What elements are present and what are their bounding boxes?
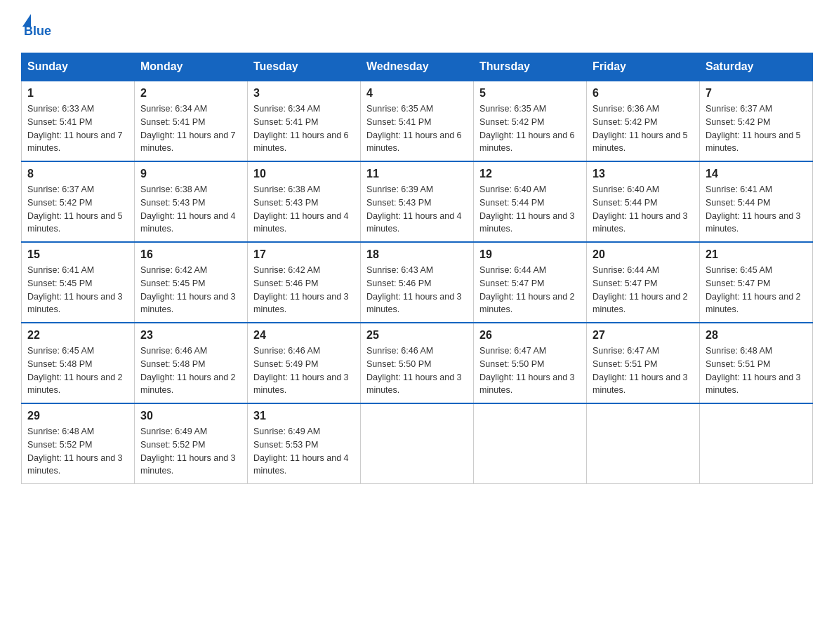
- calendar-day-cell: 13 Sunrise: 6:40 AMSunset: 5:44 PMDaylig…: [587, 161, 700, 242]
- calendar-day-cell: 11 Sunrise: 6:39 AMSunset: 5:43 PMDaylig…: [361, 161, 474, 242]
- day-info: Sunrise: 6:35 AMSunset: 5:41 PMDaylight:…: [366, 104, 462, 153]
- calendar-day-cell: 29 Sunrise: 6:48 AMSunset: 5:52 PMDaylig…: [22, 403, 135, 484]
- day-info: Sunrise: 6:47 AMSunset: 5:50 PMDaylight:…: [479, 346, 575, 395]
- day-number: 26: [479, 329, 581, 342]
- calendar-day-cell: 31 Sunrise: 6:49 AMSunset: 5:53 PMDaylig…: [248, 403, 361, 484]
- day-number: 23: [140, 329, 241, 342]
- calendar-day-cell: 1 Sunrise: 6:33 AMSunset: 5:41 PMDayligh…: [22, 81, 135, 161]
- day-info: Sunrise: 6:44 AMSunset: 5:47 PMDaylight:…: [479, 265, 575, 314]
- day-number: 7: [706, 87, 807, 100]
- day-info: Sunrise: 6:49 AMSunset: 5:52 PMDaylight:…: [140, 427, 236, 476]
- day-info: Sunrise: 6:33 AMSunset: 5:41 PMDaylight:…: [27, 104, 123, 153]
- day-number: 10: [253, 168, 355, 180]
- day-number: 29: [27, 410, 128, 422]
- calendar-week-row: 1 Sunrise: 6:33 AMSunset: 5:41 PMDayligh…: [22, 81, 813, 161]
- calendar-day-cell: 18 Sunrise: 6:43 AMSunset: 5:46 PMDaylig…: [361, 242, 474, 323]
- day-number: 13: [593, 168, 694, 180]
- calendar-day-cell: 25 Sunrise: 6:46 AMSunset: 5:50 PMDaylig…: [361, 323, 474, 403]
- day-number: 28: [706, 329, 807, 342]
- day-number: 5: [479, 87, 581, 100]
- day-number: 6: [593, 87, 694, 100]
- day-info: Sunrise: 6:41 AMSunset: 5:44 PMDaylight:…: [706, 185, 801, 234]
- calendar-week-row: 29 Sunrise: 6:48 AMSunset: 5:52 PMDaylig…: [22, 403, 813, 484]
- empty-cell: [474, 403, 587, 484]
- day-info: Sunrise: 6:44 AMSunset: 5:47 PMDaylight:…: [593, 265, 688, 314]
- day-number: 14: [706, 168, 807, 180]
- day-info: Sunrise: 6:42 AMSunset: 5:46 PMDaylight:…: [253, 265, 349, 314]
- weekday-header-monday: Monday: [135, 53, 248, 81]
- day-info: Sunrise: 6:48 AMSunset: 5:52 PMDaylight:…: [27, 427, 123, 476]
- day-info: Sunrise: 6:42 AMSunset: 5:45 PMDaylight:…: [140, 265, 236, 314]
- day-info: Sunrise: 6:38 AMSunset: 5:43 PMDaylight:…: [140, 185, 236, 234]
- calendar-week-row: 22 Sunrise: 6:45 AMSunset: 5:48 PMDaylig…: [22, 323, 813, 403]
- day-info: Sunrise: 6:40 AMSunset: 5:44 PMDaylight:…: [593, 185, 688, 234]
- weekday-header-wednesday: Wednesday: [361, 53, 474, 81]
- day-info: Sunrise: 6:48 AMSunset: 5:51 PMDaylight:…: [706, 346, 801, 395]
- calendar-day-cell: 8 Sunrise: 6:37 AMSunset: 5:42 PMDayligh…: [22, 161, 135, 242]
- weekday-header-tuesday: Tuesday: [248, 53, 361, 81]
- day-number: 18: [366, 248, 468, 261]
- weekday-header-sunday: Sunday: [22, 53, 135, 81]
- calendar-day-cell: 21 Sunrise: 6:45 AMSunset: 5:47 PMDaylig…: [700, 242, 813, 323]
- calendar-day-cell: 30 Sunrise: 6:49 AMSunset: 5:52 PMDaylig…: [135, 403, 248, 484]
- logo: Blue: [21, 14, 51, 39]
- day-number: 12: [479, 168, 581, 180]
- empty-cell: [361, 403, 474, 484]
- day-info: Sunrise: 6:45 AMSunset: 5:48 PMDaylight:…: [27, 346, 123, 395]
- day-info: Sunrise: 6:37 AMSunset: 5:42 PMDaylight:…: [706, 104, 801, 153]
- weekday-header-saturday: Saturday: [700, 53, 813, 81]
- calendar-week-row: 8 Sunrise: 6:37 AMSunset: 5:42 PMDayligh…: [22, 161, 813, 242]
- day-info: Sunrise: 6:35 AMSunset: 5:42 PMDaylight:…: [479, 104, 575, 153]
- day-info: Sunrise: 6:43 AMSunset: 5:46 PMDaylight:…: [366, 265, 462, 314]
- day-info: Sunrise: 6:46 AMSunset: 5:48 PMDaylight:…: [140, 346, 236, 395]
- day-number: 8: [27, 168, 128, 180]
- calendar-day-cell: 9 Sunrise: 6:38 AMSunset: 5:43 PMDayligh…: [135, 161, 248, 242]
- calendar-day-cell: 10 Sunrise: 6:38 AMSunset: 5:43 PMDaylig…: [248, 161, 361, 242]
- day-number: 24: [253, 329, 355, 342]
- day-info: Sunrise: 6:46 AMSunset: 5:50 PMDaylight:…: [366, 346, 462, 395]
- day-info: Sunrise: 6:46 AMSunset: 5:49 PMDaylight:…: [253, 346, 349, 395]
- day-number: 20: [593, 248, 694, 261]
- day-number: 2: [140, 87, 241, 100]
- day-info: Sunrise: 6:49 AMSunset: 5:53 PMDaylight:…: [253, 427, 349, 476]
- weekday-header-thursday: Thursday: [474, 53, 587, 81]
- calendar-day-cell: 4 Sunrise: 6:35 AMSunset: 5:41 PMDayligh…: [361, 81, 474, 161]
- calendar-day-cell: 23 Sunrise: 6:46 AMSunset: 5:48 PMDaylig…: [135, 323, 248, 403]
- day-number: 4: [366, 87, 468, 100]
- calendar-day-cell: 15 Sunrise: 6:41 AMSunset: 5:45 PMDaylig…: [22, 242, 135, 323]
- calendar-day-cell: 24 Sunrise: 6:46 AMSunset: 5:49 PMDaylig…: [248, 323, 361, 403]
- calendar-day-cell: 12 Sunrise: 6:40 AMSunset: 5:44 PMDaylig…: [474, 161, 587, 242]
- calendar-header-row: SundayMondayTuesdayWednesdayThursdayFrid…: [22, 53, 813, 81]
- day-number: 30: [140, 410, 241, 422]
- empty-cell: [700, 403, 813, 484]
- calendar-day-cell: 17 Sunrise: 6:42 AMSunset: 5:46 PMDaylig…: [248, 242, 361, 323]
- calendar-day-cell: 3 Sunrise: 6:34 AMSunset: 5:41 PMDayligh…: [248, 81, 361, 161]
- day-info: Sunrise: 6:40 AMSunset: 5:44 PMDaylight:…: [479, 185, 575, 234]
- day-number: 11: [366, 168, 468, 180]
- day-number: 9: [140, 168, 241, 180]
- calendar-table: SundayMondayTuesdayWednesdayThursdayFrid…: [21, 53, 813, 484]
- calendar-day-cell: 5 Sunrise: 6:35 AMSunset: 5:42 PMDayligh…: [474, 81, 587, 161]
- empty-cell: [587, 403, 700, 484]
- day-number: 1: [27, 87, 128, 100]
- calendar-day-cell: 19 Sunrise: 6:44 AMSunset: 5:47 PMDaylig…: [474, 242, 587, 323]
- page-header: Blue: [21, 14, 813, 39]
- day-info: Sunrise: 6:34 AMSunset: 5:41 PMDaylight:…: [140, 104, 236, 153]
- calendar-day-cell: 2 Sunrise: 6:34 AMSunset: 5:41 PMDayligh…: [135, 81, 248, 161]
- day-number: 25: [366, 329, 468, 342]
- calendar-day-cell: 6 Sunrise: 6:36 AMSunset: 5:42 PMDayligh…: [587, 81, 700, 161]
- day-info: Sunrise: 6:34 AMSunset: 5:41 PMDaylight:…: [253, 104, 349, 153]
- calendar-week-row: 15 Sunrise: 6:41 AMSunset: 5:45 PMDaylig…: [22, 242, 813, 323]
- calendar-day-cell: 22 Sunrise: 6:45 AMSunset: 5:48 PMDaylig…: [22, 323, 135, 403]
- calendar-day-cell: 7 Sunrise: 6:37 AMSunset: 5:42 PMDayligh…: [700, 81, 813, 161]
- day-number: 21: [706, 248, 807, 261]
- day-info: Sunrise: 6:45 AMSunset: 5:47 PMDaylight:…: [706, 265, 801, 314]
- day-info: Sunrise: 6:38 AMSunset: 5:43 PMDaylight:…: [253, 185, 349, 234]
- day-number: 16: [140, 248, 241, 261]
- logo-subtitle: Blue: [24, 24, 51, 39]
- day-info: Sunrise: 6:39 AMSunset: 5:43 PMDaylight:…: [366, 185, 462, 234]
- day-number: 15: [27, 248, 128, 261]
- day-number: 22: [27, 329, 128, 342]
- calendar-day-cell: 14 Sunrise: 6:41 AMSunset: 5:44 PMDaylig…: [700, 161, 813, 242]
- day-number: 31: [253, 410, 355, 422]
